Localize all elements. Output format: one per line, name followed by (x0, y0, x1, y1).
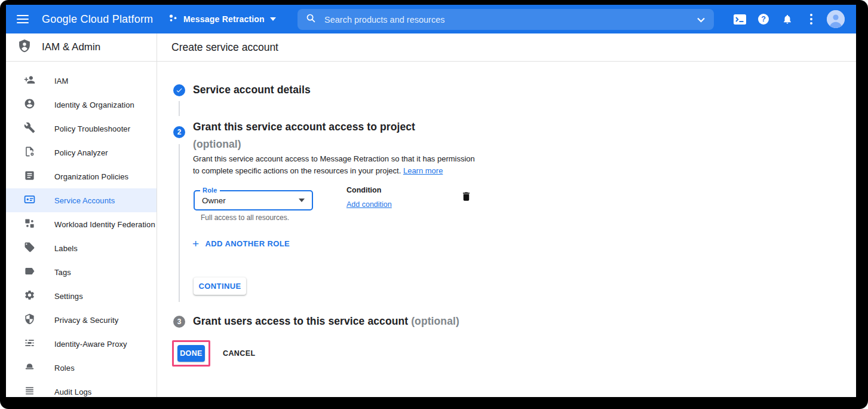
add-condition-link[interactable]: Add condition (346, 200, 392, 209)
plus-icon: + (192, 238, 200, 249)
sidebar-item-label: Policy Troubleshooter (54, 124, 130, 133)
shield-icon (24, 313, 35, 327)
sidebar-item-settings[interactable]: Settings (6, 284, 157, 308)
learn-more-link[interactable]: Learn more (403, 166, 443, 175)
search-placeholder: Search products and resources (324, 15, 697, 25)
step1-title: Service account details (193, 84, 311, 96)
browser-viewport: Google Cloud Platform Message Retraction… (6, 5, 856, 397)
sidebar-item-labels[interactable]: Labels (6, 236, 157, 260)
service-account-badge-icon (24, 194, 35, 207)
done-button[interactable]: DONE (177, 345, 205, 362)
step2-title: Grant this service account access to pro… (193, 118, 415, 153)
sidebar-item-iam[interactable]: IAM (6, 69, 157, 93)
sidebar-item-workload-identity-federation[interactable]: Workload Identity Federation (6, 212, 157, 236)
sidebar-item-label: Policy Analyzer (54, 148, 108, 157)
sidebar-item-policy-troubleshooter[interactable]: Policy Troubleshooter (6, 117, 157, 141)
person-circle-icon (24, 98, 35, 112)
sidebar-item-label: Identity & Organization (54, 100, 134, 109)
kebab-menu-icon[interactable] (799, 7, 823, 31)
project-selector-icon (168, 13, 178, 25)
squares-grid-icon (24, 218, 35, 231)
done-highlight-box: DONE (172, 340, 210, 367)
sidebar-item-organization-policies[interactable]: Organization Policies (6, 164, 157, 188)
sidebar: IAM & Admin IAM Identity & Organization … (6, 33, 157, 397)
project-name: Message Retraction (183, 14, 265, 24)
page-title-bar: Create service account (157, 33, 856, 62)
sidebar-item-label: Workload Identity Federation (54, 220, 155, 229)
sidebar-item-audit-logs[interactable]: Audit Logs (6, 380, 157, 397)
step3-title: Grant users access to this service accou… (193, 315, 459, 328)
project-selector[interactable]: Message Retraction (168, 8, 276, 30)
sidebar-item-service-accounts[interactable]: Service Accounts (6, 188, 157, 212)
step2-description: Grant this service account access to Mes… (193, 153, 492, 177)
wrench-icon (24, 122, 35, 136)
article-icon (24, 170, 35, 184)
sidebar-item-label: Roles (54, 364, 75, 373)
sidebar-item-label: Privacy & Security (54, 316, 118, 325)
sidebar-item-identity-aware-proxy[interactable]: Identity-Aware Proxy (6, 332, 157, 356)
sidebar-item-label: Labels (54, 244, 78, 253)
gear-icon (24, 289, 35, 303)
document-gear-icon (24, 146, 35, 160)
step-connector (179, 144, 180, 302)
sidebar-item-label: Tags (54, 268, 71, 277)
proxy-rows-icon (24, 337, 35, 351)
sidebar-item-label: Settings (54, 292, 83, 301)
help-icon[interactable]: ? (752, 7, 775, 31)
avatar[interactable] (827, 10, 845, 28)
sidebar-item-label: IAM (54, 77, 68, 86)
step2-number: 2 (173, 126, 185, 138)
sidebar-item-privacy-security[interactable]: Privacy & Security (6, 308, 157, 332)
sidebar-item-identity-organization[interactable]: Identity & Organization (6, 93, 157, 117)
add-another-role-button[interactable]: + ADD ANOTHER ROLE (192, 238, 290, 249)
role-dropdown[interactable]: Role Owner (194, 190, 313, 210)
screenshot-frame: Google Cloud Platform Message Retraction… (0, 0, 868, 409)
sidebar-item-policy-analyzer[interactable]: Policy Analyzer (6, 141, 157, 164)
page-title: Create service account (171, 41, 278, 54)
cancel-button[interactable]: CANCEL (220, 345, 257, 362)
chevron-down-icon (270, 17, 276, 21)
sidebar-item-label: Organization Policies (54, 172, 128, 181)
search-input[interactable]: Search products and resources (297, 9, 714, 30)
hamburger-menu[interactable] (11, 7, 35, 31)
admin-shield-icon (17, 38, 32, 56)
sidebar-nav: IAM Identity & Organization Policy Troub… (6, 62, 157, 397)
step1-check-icon (173, 84, 185, 96)
continue-button[interactable]: CONTINUE (194, 277, 246, 295)
delete-role-trash-icon[interactable] (461, 191, 473, 203)
condition-label: Condition (346, 186, 381, 194)
sidebar-header: IAM & Admin (6, 33, 157, 62)
sidebar-item-tags[interactable]: Tags (6, 260, 157, 284)
step3-number: 3 (173, 316, 185, 328)
role-selected-value: Owner (202, 196, 299, 205)
main-content: Create service account Service account d… (157, 33, 856, 397)
notifications-bell-icon[interactable] (775, 7, 799, 31)
app-bar: Google Cloud Platform Message Retraction… (6, 5, 856, 33)
hard-hat-icon (24, 361, 35, 375)
label-tag-icon (24, 242, 35, 255)
sidebar-item-roles[interactable]: Roles (6, 356, 157, 380)
person-add-icon (24, 74, 35, 88)
sidebar-item-label: Audit Logs (54, 387, 91, 396)
brand-logo[interactable]: Google Cloud Platform (42, 5, 153, 33)
log-lines-icon (24, 385, 35, 398)
sidebar-item-label: Service Accounts (54, 196, 115, 205)
sidebar-item-label: Identity-Aware Proxy (54, 340, 127, 349)
cloud-shell-icon[interactable] (728, 7, 752, 31)
search-icon (306, 13, 316, 26)
svg-text:?: ? (761, 15, 766, 23)
search-chevron-down-icon[interactable] (697, 14, 706, 25)
step2-optional: (optional) (193, 138, 241, 150)
step3-optional: (optional) (411, 315, 459, 327)
step-connector (179, 101, 180, 116)
role-helper-text: Full access to all resources. (201, 213, 289, 222)
tag-icon (24, 265, 35, 279)
sidebar-title: IAM & Admin (42, 41, 100, 53)
role-field-label: Role (200, 187, 220, 194)
dropdown-caret-icon (299, 199, 305, 202)
